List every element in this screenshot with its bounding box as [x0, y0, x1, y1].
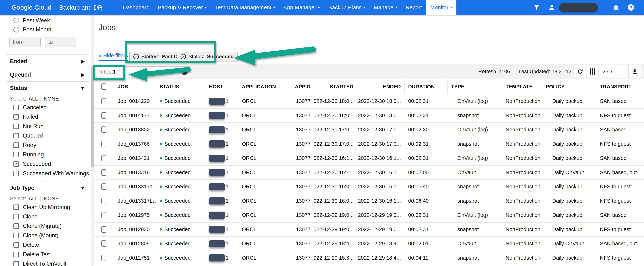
checkbox-icon[interactable]: ✓ — [14, 161, 19, 167]
table-row[interactable]: Job_0013822 Succeeded 1 ORCL 13077 2022-… — [94, 123, 644, 137]
radio-past-month[interactable]: Past Month — [14, 25, 94, 34]
filter-chip-status[interactable]: ✕ Status: Succeeded — [176, 52, 238, 62]
table-row[interactable]: Job_0012805 Succeeded 1 ORCL 13077 2022-… — [94, 237, 644, 251]
sidebar-scrollbar[interactable] — [91, 15, 94, 266]
section-ended[interactable]: Ended ▶ — [0, 55, 94, 68]
job-type-filter-delete-test[interactable]: Delete Test — [14, 250, 94, 259]
checkbox-icon[interactable] — [14, 152, 19, 157]
section-queued[interactable]: Queued ▶ — [0, 68, 94, 81]
col-transport[interactable]: TRANSPORT — [596, 79, 644, 94]
job-type-filter-clone-migrate-[interactable]: Clone (Migrate) — [14, 221, 94, 231]
col-template[interactable]: TEMPLATE — [502, 79, 542, 94]
status-filter-failed[interactable]: Failed — [14, 112, 94, 122]
job-type-filter-clone-mount-[interactable]: Clone (Mount) — [14, 231, 94, 240]
radio-circle-icon[interactable] — [14, 27, 19, 32]
row-checkbox[interactable] — [102, 198, 106, 204]
table-row[interactable]: Job_0013317a Succeeded 1 ORCL 13077 2022… — [94, 180, 644, 194]
checkbox-icon[interactable] — [14, 105, 19, 110]
row-checkbox[interactable] — [102, 155, 106, 161]
row-checkbox[interactable] — [102, 240, 106, 247]
job-type-filter-clean-up-mirroring[interactable]: Clean Up Mirroring — [14, 202, 94, 212]
checkbox-icon[interactable] — [14, 261, 19, 266]
status-filter-queued[interactable]: Queued — [14, 131, 94, 140]
table-row[interactable]: Job_0013317La Succeeded 1 ORCL 13077 202… — [94, 194, 644, 208]
checkbox-icon[interactable] — [14, 133, 19, 138]
status-filter-succeeded-with-warnings[interactable]: Succeeded With Warnings — [14, 169, 94, 178]
search-input[interactable] — [96, 68, 174, 75]
job-type-filter-direct-to-onvault[interactable]: Direct To OnVault — [14, 259, 94, 266]
help-icon[interactable]: ? — [627, 4, 635, 12]
row-checkbox[interactable] — [102, 226, 106, 232]
checkbox-icon[interactable] — [14, 252, 19, 257]
nav-item-test-data-management[interactable]: Test Data Management ▾ — [211, 0, 279, 15]
nav-item-dashboard[interactable]: Dashboard — [119, 0, 154, 15]
nav-item-manage[interactable]: Manage ▾ — [370, 0, 401, 15]
checkbox-icon[interactable] — [14, 124, 19, 129]
select-none-link[interactable]: NONE — [44, 96, 59, 102]
checkbox-icon[interactable] — [14, 204, 19, 210]
checkbox-icon[interactable] — [14, 214, 19, 219]
select-all-link[interactable]: ALL — [29, 196, 38, 202]
col-job[interactable]: JOB — [114, 79, 156, 94]
nav-item-app-manager[interactable]: App Manager ▾ — [279, 0, 324, 15]
status-filter-retry[interactable]: Retry — [14, 140, 94, 150]
columns-button[interactable] — [586, 65, 599, 78]
section-job-type[interactable]: Job Type ▼ — [0, 182, 94, 194]
col-policy[interactable]: POLICY — [542, 79, 596, 94]
nav-item-backup-plans[interactable]: Backup Plans ▾ — [324, 0, 370, 15]
refresh-button[interactable] — [574, 65, 586, 78]
checkbox-icon[interactable] — [14, 242, 19, 248]
select-none-link[interactable]: NONE — [44, 196, 59, 202]
remove-chip-icon[interactable]: ✕ — [180, 54, 186, 59]
col-started[interactable]: STARTED — [314, 79, 357, 94]
checkbox-icon[interactable] — [14, 171, 19, 176]
row-checkbox[interactable] — [102, 141, 106, 147]
checkbox-icon[interactable] — [14, 223, 19, 229]
col-host[interactable]: HOST — [205, 79, 238, 94]
row-checkbox[interactable] — [102, 169, 106, 176]
date-to-input[interactable] — [45, 37, 76, 47]
checkbox-icon[interactable] — [14, 233, 19, 238]
job-type-filter-clone[interactable]: Clone — [14, 212, 94, 221]
col-type[interactable]: TYPE — [448, 79, 502, 94]
nav-item-monitor[interactable]: Monitor ▾ — [426, 0, 456, 15]
select-all-link[interactable]: ALL — [29, 96, 38, 102]
col-appid[interactable]: APPID — [273, 79, 314, 94]
row-checkbox[interactable] — [102, 255, 106, 261]
clear-search-icon[interactable]: ✕ — [181, 68, 188, 75]
filter-icon[interactable] — [533, 4, 541, 12]
col-duration[interactable]: DURATION — [404, 79, 448, 94]
row-checkbox[interactable] — [102, 184, 106, 190]
status-filter-not-run[interactable]: Not Run — [14, 122, 94, 131]
status-filter-running[interactable]: Running — [14, 150, 94, 159]
table-row[interactable]: Job_0013421 Succeeded 1 ORCL 13077 2022-… — [94, 151, 644, 166]
select-all-checkbox[interactable] — [102, 84, 106, 90]
row-checkbox[interactable] — [102, 98, 106, 104]
nav-item-backup-recover[interactable]: Backup & Recover ▾ — [154, 0, 211, 15]
table-row[interactable]: Job_0013318 Succeeded 1 ORCL 13077 2022-… — [94, 166, 644, 180]
scrollbar-thumb[interactable] — [91, 66, 94, 167]
date-from-input[interactable] — [10, 37, 41, 47]
status-filter-canceled[interactable]: Canceled — [14, 103, 94, 112]
status-filter-succeeded[interactable]: ✓ Succeeded — [14, 159, 94, 169]
user-icon[interactable] — [548, 4, 556, 12]
section-status[interactable]: Status ▼ — [0, 82, 94, 95]
table-row[interactable]: Job_0014177 Succeeded 1 ORCL 13077 2022-… — [94, 109, 644, 123]
table-row[interactable]: Job_0012751 Succeeded 1 ORCL 13077 2022-… — [94, 251, 644, 266]
table-row[interactable]: Job_0012975 Succeeded 1 ORCL 13077 2022-… — [94, 208, 644, 223]
table-row[interactable]: Job_0013766 Succeeded 1 ORCL 13077 2022-… — [94, 137, 644, 152]
remove-chip-icon[interactable]: ✕ — [133, 54, 139, 59]
col-application[interactable]: APPLICATION — [238, 79, 273, 94]
checkbox-icon[interactable] — [14, 142, 19, 148]
col-ended[interactable]: ENDED — [357, 79, 404, 94]
col-status[interactable]: STATUS — [156, 79, 205, 94]
nav-item-report[interactable]: Report — [402, 0, 426, 15]
hide-filters-link[interactable]: ◀ Hide filters — [98, 52, 128, 60]
table-row[interactable]: Job_0014220 Succeeded 1 ORCL 13077 2022-… — [94, 94, 644, 109]
table-row[interactable]: Job_0012930 Succeeded 1 ORCL 13077 2022-… — [94, 223, 644, 237]
row-checkbox[interactable] — [102, 112, 106, 119]
radio-past-week[interactable]: Past Week — [14, 16, 94, 25]
row-checkbox[interactable] — [102, 212, 106, 218]
download-button[interactable] — [628, 65, 641, 78]
radio-circle-icon[interactable] — [14, 18, 19, 24]
